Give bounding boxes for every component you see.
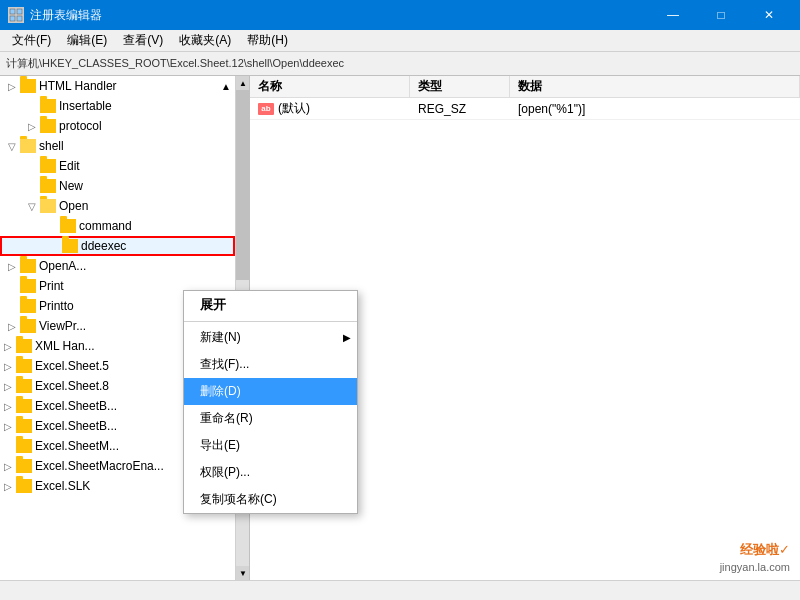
tree-label: Insertable xyxy=(59,99,112,113)
svg-rect-0 xyxy=(10,9,15,14)
expand-icon: ▽ xyxy=(24,198,40,214)
folder-icon xyxy=(20,299,36,313)
folder-icon xyxy=(16,479,32,493)
menu-view[interactable]: 查看(V) xyxy=(115,30,171,51)
scroll-indicator: ▲ xyxy=(221,81,235,92)
tree-item-shell[interactable]: ▽ shell xyxy=(0,136,235,156)
tree-item-insertable[interactable]: Insertable xyxy=(0,96,235,116)
tree-label: XML Han... xyxy=(35,339,95,353)
ctx-item-new[interactable]: 新建(N) ▶ xyxy=(184,324,357,351)
col-header-name: 名称 xyxy=(250,76,410,97)
tree-item-html-handler[interactable]: ▷ HTML Handler ▲ xyxy=(0,76,235,96)
tree-item-protocol[interactable]: ▷ protocol xyxy=(0,116,235,136)
ctx-item-find[interactable]: 查找(F)... xyxy=(184,351,357,378)
tree-item-opena[interactable]: ▷ OpenA... xyxy=(0,256,235,276)
tree-item-open[interactable]: ▽ Open xyxy=(0,196,235,216)
tree-label: Print xyxy=(39,279,64,293)
expand-icon: ▷ xyxy=(0,378,16,394)
reg-entry-type: REG_SZ xyxy=(418,102,466,116)
address-path: 计算机\HKEY_CLASSES_ROOT\Excel.Sheet.12\she… xyxy=(6,56,344,71)
folder-icon xyxy=(40,199,56,213)
folder-icon xyxy=(40,179,56,193)
tree-label: Open xyxy=(59,199,88,213)
menu-edit[interactable]: 编辑(E) xyxy=(59,30,115,51)
tree-label: Edit xyxy=(59,159,80,173)
tree-label: Excel.Sheet.8 xyxy=(35,379,109,393)
ctx-item-rename[interactable]: 重命名(R) xyxy=(184,405,357,432)
tree-item-edit[interactable]: Edit xyxy=(0,156,235,176)
tree-label: HTML Handler xyxy=(39,79,117,93)
reg-entry-data: [open("%1")] xyxy=(518,102,585,116)
tree-label: Printto xyxy=(39,299,74,313)
tree-label: New xyxy=(59,179,83,193)
expand-icon: ▷ xyxy=(0,358,16,374)
detail-cell-name: ab (默认) xyxy=(250,98,410,119)
tree-item-ddeexec[interactable]: ddeexec xyxy=(0,236,235,256)
expand-icon: ▷ xyxy=(4,258,20,274)
detail-row[interactable]: ab (默认) REG_SZ [open("%1")] xyxy=(250,98,800,120)
folder-icon xyxy=(20,279,36,293)
tree-label: shell xyxy=(39,139,64,153)
watermark: 经验啦✓ jingyan.la.com xyxy=(720,541,790,575)
expand-icon: ▷ xyxy=(24,118,40,134)
tree-label: Excel.Sheet.5 xyxy=(35,359,109,373)
scroll-down-btn[interactable]: ▼ xyxy=(236,566,250,580)
folder-icon xyxy=(16,419,32,433)
folder-icon xyxy=(40,159,56,173)
col-header-data: 数据 xyxy=(510,76,800,97)
tree-label: Excel.SheetB... xyxy=(35,399,117,413)
tree-label: ViewPr... xyxy=(39,319,86,333)
submenu-arrow-icon: ▶ xyxy=(343,332,351,343)
address-bar: 计算机\HKEY_CLASSES_ROOT\Excel.Sheet.12\she… xyxy=(0,52,800,76)
ctx-separator-1 xyxy=(184,321,357,322)
tree-item-command[interactable]: command xyxy=(0,216,235,236)
svg-rect-3 xyxy=(17,16,22,21)
folder-icon xyxy=(20,259,36,273)
folder-icon xyxy=(40,119,56,133)
watermark-brand: 经验啦 xyxy=(740,542,779,557)
tree-label: command xyxy=(79,219,132,233)
menu-help[interactable]: 帮助(H) xyxy=(239,30,296,51)
expand-icon: ▷ xyxy=(0,418,16,434)
tree-label: ddeexec xyxy=(81,239,126,253)
reg-icon: ab xyxy=(258,103,274,115)
maximize-button[interactable]: □ xyxy=(698,0,744,30)
ctx-label: 删除(D) xyxy=(200,383,241,400)
close-button[interactable]: ✕ xyxy=(746,0,792,30)
scroll-up-btn[interactable]: ▲ xyxy=(236,76,250,90)
folder-icon xyxy=(16,379,32,393)
ctx-item-delete[interactable]: 删除(D) xyxy=(184,378,357,405)
app-icon xyxy=(8,7,24,23)
scroll-thumb[interactable] xyxy=(236,90,249,280)
svg-rect-1 xyxy=(17,9,22,14)
reg-entry-name: (默认) xyxy=(278,100,310,117)
window-controls: — □ ✕ xyxy=(650,0,792,30)
status-bar xyxy=(0,580,800,600)
ctx-header: 展开 xyxy=(184,291,357,319)
ctx-label: 复制项名称(C) xyxy=(200,491,277,508)
folder-icon xyxy=(20,319,36,333)
expand-icon: ▽ xyxy=(4,138,20,154)
tree-label: protocol xyxy=(59,119,102,133)
ctx-label: 新建(N) xyxy=(200,329,241,346)
ctx-label: 导出(E) xyxy=(200,437,240,454)
menu-file[interactable]: 文件(F) xyxy=(4,30,59,51)
ctx-label: 权限(P)... xyxy=(200,464,250,481)
tree-label: Excel.SheetM... xyxy=(35,439,119,453)
tree-label: Excel.SheetB... xyxy=(35,419,117,433)
watermark-check: ✓ xyxy=(779,542,790,557)
folder-icon xyxy=(16,339,32,353)
ctx-item-export[interactable]: 导出(E) xyxy=(184,432,357,459)
ctx-label: 查找(F)... xyxy=(200,356,249,373)
menu-bar: 文件(F) 编辑(E) 查看(V) 收藏夹(A) 帮助(H) xyxy=(0,30,800,52)
ctx-item-copy-name[interactable]: 复制项名称(C) xyxy=(184,486,357,513)
tree-item-new[interactable]: New xyxy=(0,176,235,196)
expand-icon: ▷ xyxy=(4,318,20,334)
ctx-item-permissions[interactable]: 权限(P)... xyxy=(184,459,357,486)
menu-favorites[interactable]: 收藏夹(A) xyxy=(171,30,239,51)
tree-label: OpenA... xyxy=(39,259,86,273)
detail-cell-type: REG_SZ xyxy=(410,98,510,119)
watermark-line1: 经验啦✓ xyxy=(720,541,790,559)
minimize-button[interactable]: — xyxy=(650,0,696,30)
folder-icon xyxy=(60,219,76,233)
